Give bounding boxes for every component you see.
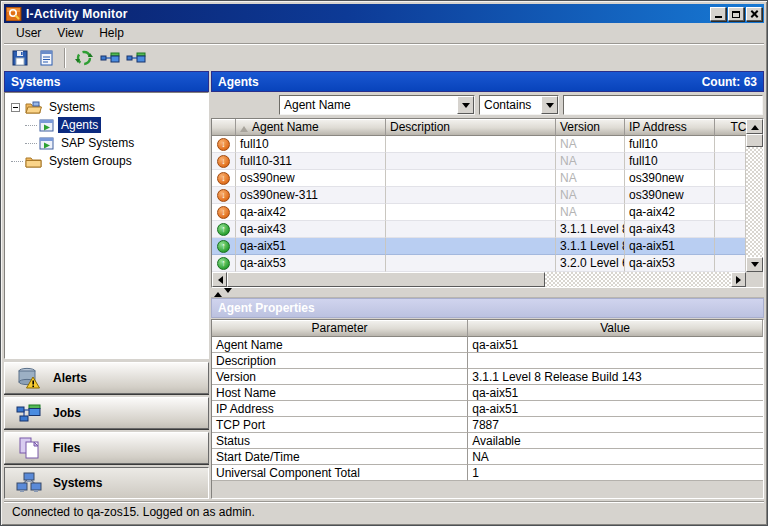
parameter-cell: Description: [212, 353, 468, 369]
description-cell: [386, 204, 556, 221]
splitter-expand-icon[interactable]: [214, 288, 222, 297]
agent-row[interactable]: ↓qa-aix42NAqa-aix42: [212, 204, 746, 221]
agent-row[interactable]: ↓full10NAfull10: [212, 136, 746, 153]
ip-address-cell: qa-aix43: [625, 221, 715, 238]
tcp-port-cell: [715, 153, 746, 170]
agent-row[interactable]: ↓full10-311NAfull10: [212, 153, 746, 170]
filter-field-value: Agent Name: [280, 98, 457, 112]
version-cell: 3.1.1 Level 8...: [556, 221, 625, 238]
tree-label-system-groups[interactable]: System Groups: [46, 153, 135, 169]
menu-bar: User View Help: [4, 23, 764, 43]
property-row[interactable]: Agent Nameqa-aix51: [212, 337, 763, 353]
agent-row[interactable]: ↓os390new-311NAos390new: [212, 187, 746, 204]
column-header-parameter[interactable]: Parameter: [212, 320, 468, 337]
value-cell: 7887: [468, 417, 763, 433]
status-cell: ↑: [212, 255, 236, 272]
report-button[interactable]: [34, 46, 58, 70]
filter-operator-select[interactable]: Contains: [479, 95, 559, 115]
save-icon: [11, 49, 29, 67]
refresh-icon: [75, 49, 93, 67]
agent-name-cell: full10-311: [236, 153, 386, 170]
tree-label-agents[interactable]: Agents: [58, 117, 101, 133]
expand-tree-button[interactable]: [124, 46, 148, 70]
collapse-box-icon[interactable]: [11, 103, 20, 112]
property-row[interactable]: IP Addressqa-aix51: [212, 401, 763, 417]
menu-view[interactable]: View: [49, 24, 91, 42]
status-cell: ↓: [212, 136, 236, 153]
agents-count: Count: 63: [702, 75, 757, 89]
tcp-port-cell: [715, 187, 746, 204]
panel-splitter[interactable]: [211, 288, 764, 298]
property-row[interactable]: Host Nameqa-aix51: [212, 385, 763, 401]
agent-row[interactable]: ↑qa-aix433.1.1 Level 8...qa-aix43: [212, 221, 746, 238]
horizontal-scroll-track[interactable]: [545, 272, 731, 287]
vertical-scroll-track[interactable]: [746, 147, 763, 257]
status-cell: ↓: [212, 187, 236, 204]
scroll-up-button[interactable]: [746, 119, 763, 134]
agent-node-icon: [39, 119, 54, 132]
refresh-button[interactable]: [72, 46, 96, 70]
minimize-icon: [715, 16, 722, 18]
scroll-left-button[interactable]: [212, 272, 227, 287]
agent-offline-icon: ↓: [217, 155, 230, 168]
column-header-status[interactable]: [212, 119, 236, 136]
network-node-icon: [126, 50, 146, 66]
column-header-agent-name[interactable]: Agent Name: [236, 119, 386, 136]
agent-name-cell: os390new: [236, 170, 386, 187]
tree-item-systems[interactable]: Systems: [11, 98, 208, 116]
property-row[interactable]: TCP Port7887: [212, 417, 763, 433]
column-header-description[interactable]: Description: [386, 119, 556, 136]
filter-value-input[interactable]: [563, 95, 763, 115]
minimize-button[interactable]: [710, 7, 726, 21]
property-row[interactable]: Start Date/TimeNA: [212, 449, 763, 465]
chevron-down-icon: [462, 103, 470, 112]
filter-field-dropdown-button[interactable]: [457, 96, 474, 114]
nav-alerts-button[interactable]: Alerts: [4, 362, 209, 394]
tree-label-systems[interactable]: Systems: [46, 99, 98, 115]
filter-operator-dropdown-button[interactable]: [541, 96, 558, 114]
save-button[interactable]: [8, 46, 32, 70]
close-button[interactable]: [746, 7, 762, 21]
ip-address-cell: os390new: [625, 170, 715, 187]
nav-alerts-label: Alerts: [53, 371, 87, 385]
column-header-version[interactable]: Version: [556, 119, 625, 136]
property-row[interactable]: Universal Component Total1: [212, 465, 763, 481]
agent-row[interactable]: ↑qa-aix513.1.1 Level 8...qa-aix51: [212, 238, 746, 255]
tree-item-system-groups[interactable]: System Groups: [11, 152, 208, 170]
ip-address-cell: full10: [625, 153, 715, 170]
vertical-scrollbar[interactable]: [746, 119, 763, 272]
tree-item-agents[interactable]: Agents: [25, 116, 208, 134]
horizontal-scroll-thumb[interactable]: [227, 272, 545, 287]
collapse-tree-button[interactable]: [98, 46, 122, 70]
maximize-button[interactable]: [728, 7, 744, 21]
horizontal-scrollbar[interactable]: [212, 272, 746, 287]
tree-item-sap-systems[interactable]: SAP Systems: [25, 134, 208, 152]
property-row[interactable]: StatusAvailable: [212, 433, 763, 449]
nav-systems-label: Systems: [53, 476, 102, 490]
menu-help[interactable]: Help: [91, 24, 132, 42]
menu-user[interactable]: User: [8, 24, 49, 42]
scroll-right-button[interactable]: [731, 272, 746, 287]
splitter-collapse-icon[interactable]: [224, 288, 232, 297]
scroll-down-button[interactable]: [746, 257, 763, 272]
value-cell: qa-aix51: [468, 385, 763, 401]
filter-field-select[interactable]: Agent Name: [279, 95, 475, 115]
nav-jobs-button[interactable]: Jobs: [4, 397, 209, 429]
version-cell: NA: [556, 170, 625, 187]
window-title: I-Activity Monitor: [26, 7, 710, 21]
column-header-ip-address[interactable]: IP Address: [625, 119, 715, 136]
tree-guide-line: [25, 143, 37, 144]
vertical-scroll-thumb[interactable]: [746, 134, 763, 147]
agent-row[interactable]: ↓os390newNAos390new: [212, 170, 746, 187]
nav-systems-button[interactable]: Systems: [4, 467, 209, 499]
open-folder-icon: [25, 101, 42, 114]
agent-name-cell: qa-aix53: [236, 255, 386, 272]
property-row[interactable]: Version3.1.1 Level 8 Release Build 143: [212, 369, 763, 385]
column-header-value[interactable]: Value: [468, 320, 763, 337]
toolbar: [4, 43, 764, 71]
property-row[interactable]: Description: [212, 353, 763, 369]
tree-label-sap-systems[interactable]: SAP Systems: [58, 135, 137, 151]
description-cell: [386, 153, 556, 170]
nav-files-button[interactable]: Files: [4, 432, 209, 464]
agent-row[interactable]: ↑qa-aix533.2.0 Level 6...qa-aix53: [212, 255, 746, 272]
